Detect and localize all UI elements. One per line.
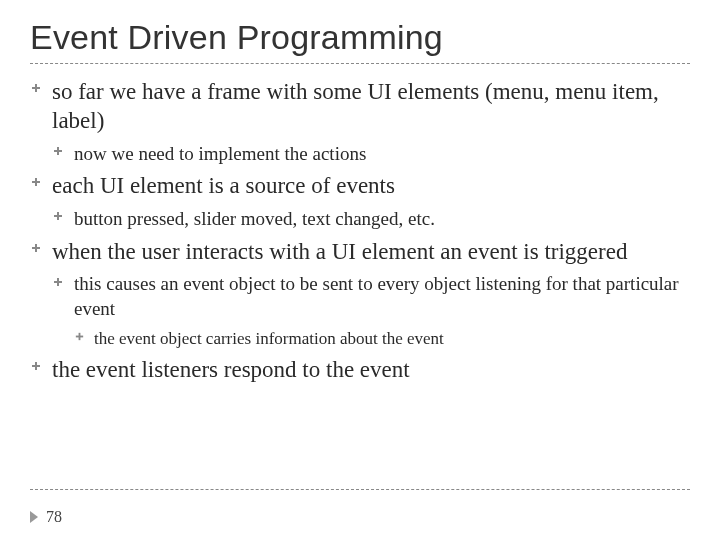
bullet-level-1: each UI element is a source of events [30, 172, 690, 201]
bullet-level-1: the event listeners respond to the event [30, 356, 690, 385]
bullet-icon [30, 242, 44, 256]
svg-rect-7 [54, 215, 62, 217]
bullet-text: now we need to implement the actions [74, 143, 366, 164]
page-number: 78 [46, 508, 62, 526]
bullet-level-3: the event object carries information abo… [74, 328, 690, 350]
bullet-text: button pressed, slider moved, text chang… [74, 208, 435, 229]
svg-rect-11 [54, 281, 62, 283]
bullet-icon [30, 176, 44, 190]
bullet-icon [74, 331, 88, 345]
slide-content: so far we have a frame with some UI elem… [30, 78, 690, 385]
bullet-icon [30, 360, 44, 374]
bullet-level-2: button pressed, slider moved, text chang… [52, 207, 690, 232]
bullet-text: this causes an event object to be sent t… [74, 273, 679, 319]
bullet-level-2: this causes an event object to be sent t… [52, 272, 690, 321]
bullet-text: each UI element is a source of events [52, 173, 395, 198]
slide: Event Driven Programming so far we have … [0, 0, 720, 540]
bullet-icon [52, 145, 66, 159]
bullet-icon [52, 276, 66, 290]
page-marker-icon [30, 511, 40, 523]
svg-rect-1 [32, 87, 40, 89]
title-divider [30, 63, 690, 64]
bullet-level-1: when the user interacts with a UI elemen… [30, 238, 690, 267]
svg-rect-15 [32, 365, 40, 367]
bullet-text: the event object carries information abo… [94, 329, 444, 348]
bullet-text: so far we have a frame with some UI elem… [52, 79, 659, 133]
svg-rect-9 [32, 247, 40, 249]
footer-divider [30, 489, 690, 490]
slide-title: Event Driven Programming [30, 18, 690, 57]
bullet-icon [52, 210, 66, 224]
svg-marker-16 [30, 511, 38, 523]
bullet-level-2: now we need to implement the actions [52, 142, 690, 167]
bullet-text: the event listeners respond to the event [52, 357, 410, 382]
bullet-text: when the user interacts with a UI elemen… [52, 239, 627, 264]
svg-rect-13 [76, 335, 83, 337]
bullet-level-1: so far we have a frame with some UI elem… [30, 78, 690, 136]
slide-footer: 78 [30, 508, 62, 526]
svg-rect-5 [32, 181, 40, 183]
bullet-icon [30, 82, 44, 96]
svg-rect-3 [54, 150, 62, 152]
